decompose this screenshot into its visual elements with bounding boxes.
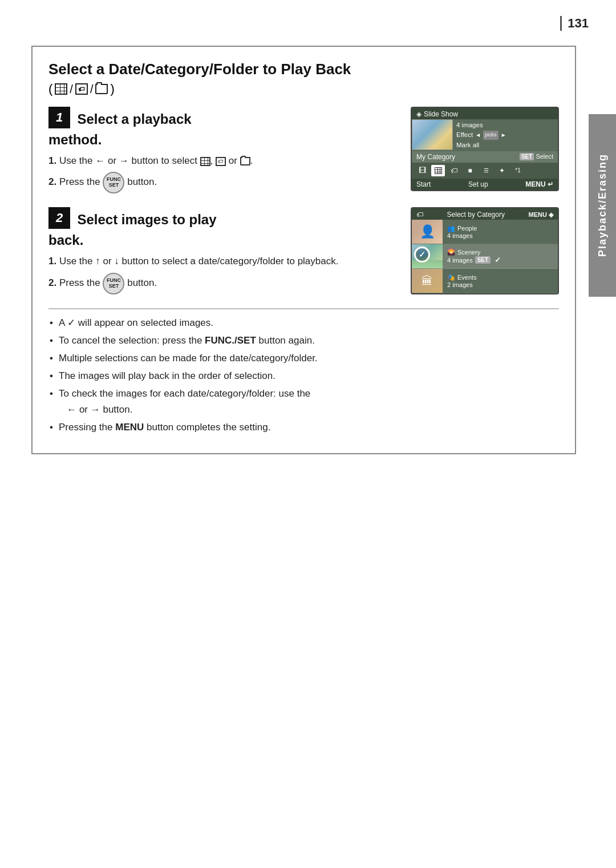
people-icon: 👥 [447, 225, 455, 232]
step2-sub2: 2. Press the FUNCSET button. [48, 273, 400, 294]
cam2-top-icon-cat: 🏷 [416, 211, 423, 219]
cam-screen-2: 🏷 Select by Category MENU ◈ 👤 👥 People [411, 207, 559, 294]
step1-sub1-label: 1. [48, 155, 56, 166]
cam1-menu: MENU ↵ [525, 180, 553, 188]
bullet-2: To cancel the selection: press the FUNC.… [48, 333, 559, 349]
check-mark: ✓ [495, 256, 501, 264]
main-title: Select a Date/Category/Folder to Play Ba… [48, 60, 559, 78]
step2-title: Select images to playback. [48, 212, 217, 248]
icon-row: ( / 🏷 / ) [48, 82, 559, 96]
cam1-icon-category: 🏷 [447, 165, 461, 176]
cam1-icon-star: ✦ [495, 165, 509, 176]
cam1-top-icon: ◈ [416, 110, 422, 118]
cam1-effect-arrow: ◄ [475, 131, 481, 139]
step1-sub2-label: 2. [48, 177, 56, 188]
cam2-item-scenery: ✓ 🌄 Scenery 4 images SET ✓ [412, 244, 558, 269]
cam1-setup: Set up [468, 180, 488, 188]
cam2-events-count: 2 images [447, 281, 553, 288]
cam1-info-2: Effect ◄ picks ► [456, 130, 554, 140]
step2-left: 2 Select images to playback. 1. Use the … [48, 207, 400, 297]
set-badge: SET [475, 256, 491, 264]
cam1-icon-num: *1 [511, 165, 525, 176]
step2-number: 2 [48, 207, 70, 229]
cam-screen-1: ◈ Slide Show 4 images Effect ◄ picks ► M… [411, 107, 559, 191]
cam2-top: 🏷 Select by Category MENU ◈ [412, 208, 558, 220]
up-arrow-icon: ↑ [95, 256, 100, 267]
cam1-img-row: 4 images Effect ◄ picks ► Mark all [412, 119, 558, 151]
step1-title-block: 1 Select a playbackmethod. [48, 107, 400, 148]
cam1-icons-row: 🎞 🏷 ■ ☰ ✦ *1 [412, 163, 558, 179]
events-icon: 🎭 [447, 274, 455, 281]
cam2-thumb-events: 🏛 [412, 269, 443, 293]
step2-body: 1. Use the ↑ or ↓ button to select a dat… [48, 254, 400, 294]
or-text3: or [103, 256, 111, 267]
cam1-top: ◈ Slide Show [412, 108, 558, 119]
cam1-effect-tag: picks [483, 131, 499, 140]
bullet-list: A ✓ will appear on selected images. To c… [48, 315, 559, 435]
bullet-6: Pressing the MENU button completes the s… [48, 419, 559, 435]
step1-cam-ui: ◈ Slide Show 4 images Effect ◄ picks ► M… [411, 107, 559, 191]
or-text2: or [229, 155, 237, 166]
category-icon: 🏷 [75, 83, 88, 95]
cam1-info: 4 images Effect ◄ picks ► Mark all [453, 119, 558, 151]
cam2-people-label: People [457, 225, 477, 232]
cam1-info-1: 4 images [456, 120, 554, 130]
cam2-info-events: 🎭 Events 2 images [443, 272, 558, 290]
cam2-item-people: 👤 👥 People 4 images [412, 220, 558, 244]
section-divider [48, 308, 559, 309]
cam2-item-events: 🏛 🎭 Events 2 images [412, 269, 558, 293]
side-tab-label: Playback/Erasing [597, 154, 609, 257]
cam2-events-icon-row: 🎭 Events [447, 274, 553, 281]
step1-sub1: 1. Use the ← or → button to select , 🏷 o… [48, 154, 400, 168]
step1-sub2: 2. Press the FUNCSET button. [48, 172, 400, 193]
divider-slash: / [70, 83, 73, 96]
bullet-4: The images will play back in the order o… [48, 368, 559, 384]
func-set-button-2: FUNCSET [103, 273, 124, 294]
step2-section: 2 Select images to playback. 1. Use the … [48, 207, 559, 297]
cam2-scenery-icon-row: 🌄 Scenery [447, 248, 553, 256]
cam1-icon-filmstrip: 🎞 [415, 165, 429, 176]
cam1-icon-list: ☰ [479, 165, 493, 176]
cam1-info-3: Mark all [456, 140, 554, 150]
right-arrow-icon: → [119, 155, 129, 166]
cam1-top-label: Slide Show [424, 110, 458, 118]
cam2-info-people: 👥 People 4 images [443, 223, 558, 241]
bullet-5: To check the images for each date/catego… [48, 386, 559, 418]
bullet-3: Multiple selections can be made for the … [48, 350, 559, 366]
folder-icon-inline [240, 157, 250, 165]
step1-number: 1 [48, 107, 70, 128]
cam1-mycat: My Category SET Select [412, 151, 558, 163]
scenery-icon: 🌄 [447, 248, 455, 256]
cam1-mycat-right: SET Select [520, 153, 553, 161]
cam1-icon-grid [431, 165, 445, 176]
step1-section: 1 Select a playbackmethod. 1. Use the ← … [48, 107, 559, 197]
main-content-box: Select a Date/Category/Folder to Play Ba… [31, 46, 576, 454]
cam2-events-label: Events [457, 274, 477, 281]
step2-sub1: 1. Use the ↑ or ↓ button to select a dat… [48, 254, 400, 269]
cam1-mycat-label: My Category [416, 153, 455, 161]
cam1-start: Start [416, 180, 431, 188]
cam2-scenery-count-row: 4 images SET ✓ [447, 256, 553, 264]
step2-sub1-label: 1. [48, 256, 56, 267]
divider-slash2: / [90, 83, 94, 96]
step1-left: 1 Select a playbackmethod. 1. Use the ← … [48, 107, 400, 197]
cam2-scenery-count: 4 images [447, 257, 473, 264]
cam2-people-count: 4 images [447, 232, 553, 239]
cam1-bottom: Start Set up MENU ↵ [412, 179, 558, 190]
cam2-scenery-label: Scenery [457, 249, 480, 256]
left-arrow-icon: ← [95, 155, 105, 166]
cam2-top-right: MENU ◈ [529, 211, 553, 219]
cam2-info-scenery: 🌄 Scenery 4 images SET ✓ [443, 246, 558, 267]
close-paren: ) [110, 82, 114, 96]
or-text: or [108, 155, 116, 166]
open-paren: ( [48, 82, 52, 96]
cam2-top-label: Select by Category [447, 211, 505, 219]
grid-icon [55, 83, 67, 95]
cam1-thumbnail [412, 119, 453, 150]
cam2-people-icon: 👥 People [447, 225, 553, 232]
page-number: 131 [560, 16, 589, 31]
grid-icon-inline [200, 157, 210, 166]
cam1-icon-folder: ■ [463, 165, 477, 176]
cam2-thumb-people: 👤 [412, 220, 443, 244]
step2-sub2-label: 2. [48, 277, 56, 288]
